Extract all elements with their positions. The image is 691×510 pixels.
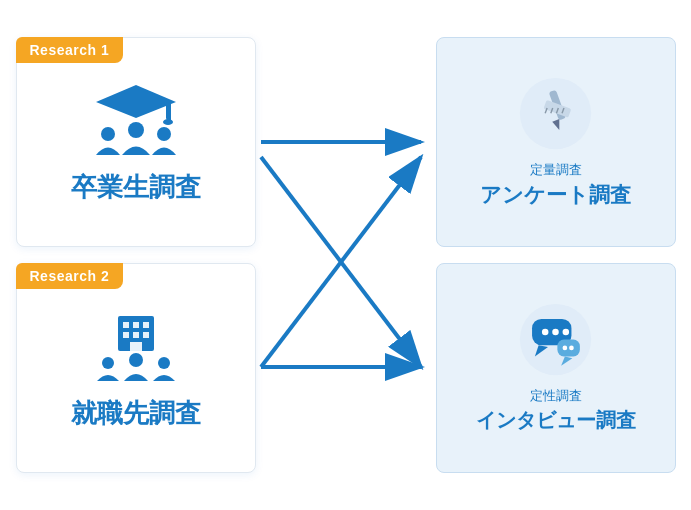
- svg-marker-0: [96, 85, 176, 118]
- research2-badge: Research 2: [16, 263, 124, 289]
- svg-point-6: [157, 127, 171, 141]
- svg-rect-14: [130, 342, 142, 351]
- chat-icon: [518, 302, 593, 377]
- svg-rect-37: [557, 340, 580, 357]
- svg-rect-11: [123, 332, 129, 338]
- research1-icon-area: [86, 80, 186, 160]
- svg-point-35: [552, 329, 559, 336]
- research2-icon-area: [86, 306, 186, 386]
- building-people-icon: [86, 306, 186, 386]
- graduation-people-icon: [86, 80, 186, 160]
- svg-point-15: [102, 357, 114, 369]
- svg-point-34: [542, 329, 549, 336]
- svg-point-23: [520, 77, 591, 148]
- method1-label-sub: 定量調査: [530, 161, 582, 179]
- method2-label-main: インタビュー調査: [476, 407, 636, 434]
- arrows-area: [256, 37, 436, 473]
- research1-label: 卒業生調査: [71, 170, 201, 205]
- method1-box: 定量調査 アンケート調査: [436, 37, 676, 247]
- right-column: 定量調査 アンケート調査: [436, 37, 676, 473]
- method1-icon-area: [518, 76, 593, 151]
- svg-rect-12: [133, 332, 139, 338]
- svg-point-40: [569, 346, 574, 351]
- svg-rect-13: [143, 332, 149, 338]
- svg-rect-9: [133, 322, 139, 328]
- research1-box: Research 1: [16, 37, 256, 247]
- svg-point-16: [129, 353, 143, 367]
- method2-box: 定性調査 インタビュー調査: [436, 263, 676, 473]
- diagram-container: Research 1: [16, 15, 676, 495]
- svg-point-39: [563, 346, 568, 351]
- svg-rect-8: [123, 322, 129, 328]
- svg-point-4: [101, 127, 115, 141]
- research1-badge: Research 1: [16, 37, 124, 63]
- method2-icon-area: [518, 302, 593, 377]
- method1-label-main: アンケート調査: [480, 181, 631, 209]
- pen-ruler-icon: [518, 76, 593, 151]
- left-column: Research 1: [16, 37, 256, 473]
- arrows-svg: [256, 37, 436, 473]
- svg-point-2: [163, 119, 173, 125]
- svg-rect-10: [143, 322, 149, 328]
- svg-point-17: [158, 357, 170, 369]
- svg-point-36: [563, 329, 570, 336]
- svg-point-5: [128, 122, 144, 138]
- research2-box: Research 2: [16, 263, 256, 473]
- method2-label-sub: 定性調査: [530, 387, 582, 405]
- research2-label: 就職先調査: [71, 396, 201, 431]
